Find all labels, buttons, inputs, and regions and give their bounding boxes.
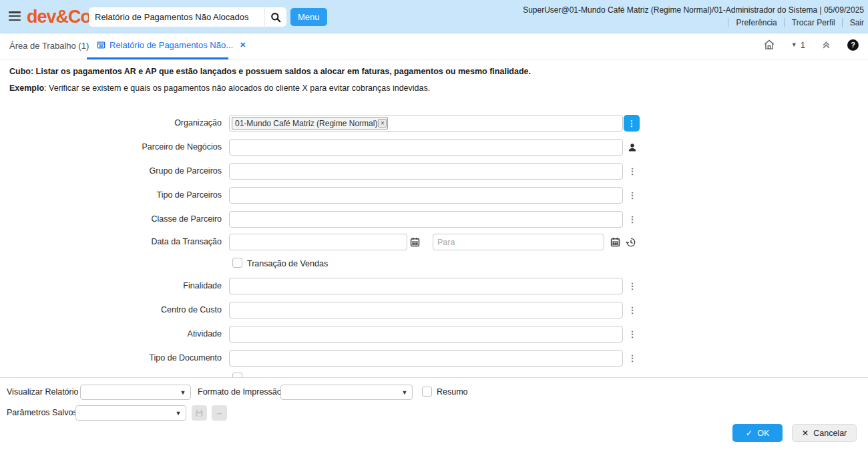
atividade-more-icon[interactable]: ⋮ [625,326,640,343]
transacao-vendas-label: Transação de Vendas [247,259,328,268]
save-icon [195,409,204,417]
formato-impressao-input[interactable] [281,385,397,399]
chevron-down-icon[interactable]: ▼ [397,389,412,396]
formato-impressao-label: Formato de Impressão [198,387,282,397]
app-logo: dev&Co. [27,7,95,27]
centro-custo-label: Centro de Custo [0,305,222,314]
visualizar-relatorio-input[interactable] [81,385,176,399]
history-icon[interactable] [624,234,638,250]
classe-parceiro-field[interactable] [229,211,623,228]
report-footer-panel: Visualizar Relatório ▼ Formato de Impres… [0,377,868,450]
cube-description: Cubo: Listar os pagamentos AR e AP que e… [9,67,531,76]
minus-icon: – [217,408,222,419]
grupo-parceiros-field[interactable] [229,163,623,180]
chevron-down-icon: ▼ [791,41,797,48]
formato-impressao-combobox[interactable]: ▼ [280,385,413,400]
parceiro-negocios-field[interactable] [229,139,623,156]
global-search-input[interactable] [89,7,264,27]
visualizar-relatorio-combobox[interactable]: ▼ [80,385,191,400]
organizacao-field[interactable]: 01-Mundo Café Matriz (Regime Normal) × [229,115,623,132]
user-session-info: SuperUser@01-Mundo Café Matriz (Regime N… [523,5,864,15]
global-search-group [89,7,286,27]
classe-parceiro-more-icon[interactable]: ⋮ [625,211,640,228]
finalidade-label: Finalidade [0,281,222,290]
organizacao-label: Organização [0,118,222,128]
delete-parameters-button[interactable]: – [212,405,227,421]
tipo-documento-more-icon[interactable]: ⋮ [625,350,640,367]
chevron-down-icon[interactable]: ▼ [171,410,186,417]
data-transacao-label: Data da Transação [0,237,222,246]
window-counter-dropdown[interactable]: ▼ 1 [791,40,805,50]
tipo-documento-label: Tipo de Documento [0,353,222,363]
collapse-up-icon[interactable] [821,40,831,50]
centro-custo-more-icon[interactable]: ⋮ [625,302,640,318]
check-icon: ✓ [746,428,752,438]
tab-bar: Área de Trabalho (1) Relatório de Pagame… [0,33,868,60]
active-tab-underline [87,57,228,59]
close-icon: ✕ [802,428,809,438]
parametros-salvos-combobox[interactable]: ▼ [75,405,186,421]
parceiro-negocios-label: Parceiro de Negócios [0,142,222,152]
resumo-label: Resumo [437,387,468,397]
centro-custo-field[interactable] [229,302,623,318]
data-transacao-to-field[interactable] [433,234,604,250]
report-icon [97,41,105,49]
tipo-documento-field[interactable] [229,350,623,367]
chevron-down-icon[interactable]: ▼ [176,389,190,396]
chip-close-icon[interactable]: × [378,119,387,128]
tab-workspace[interactable]: Área de Trabalho (1) [9,41,89,51]
parametros-salvos-input[interactable] [76,406,171,420]
link-preferencia[interactable]: Preferência [728,18,777,27]
calendar-icon[interactable] [609,234,621,250]
resumo-checkbox[interactable] [422,387,432,397]
tipo-parceiros-field[interactable] [229,187,623,204]
menu-button[interactable]: Menu [290,8,327,26]
atividade-label: Atividade [0,329,222,339]
organizacao-chip: 01-Mundo Café Matriz (Regime Normal) × [232,117,388,130]
data-transacao-from-field[interactable] [229,234,407,250]
link-trocar-perfil[interactable]: Trocar Perfil [784,18,835,27]
ok-button[interactable]: ✓ OK [732,424,783,442]
calendar-icon[interactable] [409,234,421,250]
help-icon[interactable]: ? [847,39,859,51]
tab-bar-actions: ▼ 1 ? [763,39,859,51]
top-header-bar: dev&Co. Menu SuperUser@01-Mundo Café Mat… [0,0,868,33]
tipo-parceiros-label: Tipo de Parceiros [0,190,222,200]
application-window: dev&Co. Menu SuperUser@01-Mundo Café Mat… [0,0,868,450]
parametros-salvos-label: Parâmetros Salvos [7,408,77,417]
visualizar-relatorio-label: Visualizar Relatório [7,387,78,397]
user-links: PreferênciaTrocar PerfilSair [721,18,864,27]
person-icon[interactable] [625,139,640,156]
home-icon[interactable] [763,39,775,51]
finalidade-field[interactable] [229,278,623,294]
window-count: 1 [801,40,805,50]
tab-active-report[interactable]: Relatório de Pagamentos Não... ✕ [97,40,246,50]
example-description-label: Exemplo [9,83,44,93]
atividade-field[interactable] [229,326,623,343]
link-sair[interactable]: Sair [842,18,864,27]
grupo-parceiros-label: Grupo de Parceiros [0,166,222,176]
cube-description-label: Cubo: [9,67,33,76]
close-icon[interactable]: ✕ [240,41,246,49]
tab-active-label: Relatório de Pagamentos Não... [110,40,233,50]
example-description: Exemplo: Verificar se existem e quais os… [9,83,430,93]
search-icon[interactable] [264,7,286,27]
grupo-parceiros-more-icon[interactable]: ⋮ [625,163,640,180]
organizacao-picker-button[interactable]: ⋮ [624,115,640,132]
transacao-vendas-checkbox[interactable] [232,258,242,268]
finalidade-more-icon[interactable]: ⋮ [625,278,640,294]
classe-parceiro-label: Classe de Parceiro [0,214,222,224]
save-parameters-button[interactable] [192,405,207,421]
cancel-button[interactable]: ✕ Cancelar [792,424,857,442]
tipo-parceiros-more-icon[interactable]: ⋮ [625,187,640,204]
hamburger-menu-icon[interactable] [9,11,21,21]
